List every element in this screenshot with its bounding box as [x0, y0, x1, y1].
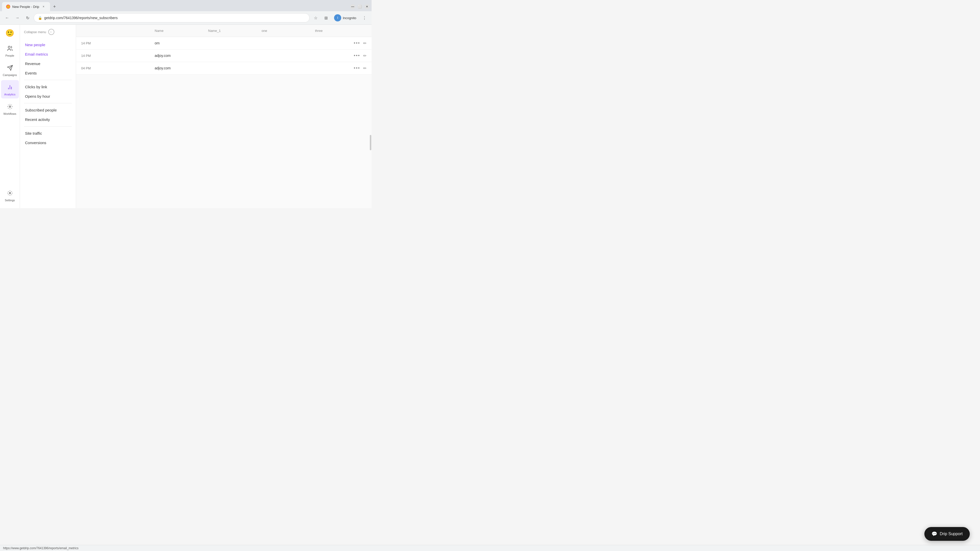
- tab-favicon: 🙂: [6, 5, 10, 9]
- table-row: 14 PM adjoy.com ••• ✏: [76, 49, 372, 62]
- nav-item-site-traffic[interactable]: Site traffic: [20, 129, 76, 138]
- app-logo[interactable]: 🙂: [5, 29, 14, 37]
- nav-item-revenue[interactable]: Revenue: [20, 59, 76, 68]
- col-header-0: [81, 28, 153, 34]
- cell-2-2: [206, 67, 260, 69]
- minimize-button[interactable]: —: [350, 4, 355, 9]
- nav-item-recent-activity[interactable]: Recent activity: [20, 115, 76, 124]
- col-header-name1: Name_1: [206, 28, 260, 34]
- tab-close-button[interactable]: ×: [41, 4, 46, 9]
- analytics-label: Analytics: [4, 93, 15, 96]
- lock-icon: 🔒: [38, 16, 42, 20]
- table-row: 04 PM adjoy.com ••• ✏: [76, 62, 372, 75]
- collapse-icon: ←: [48, 29, 54, 35]
- row-actions-0: ••• ✏: [354, 41, 366, 46]
- forward-button[interactable]: →: [13, 14, 21, 22]
- svg-point-5: [9, 192, 11, 194]
- nav-item-opens-by-hour[interactable]: Opens by hour: [20, 92, 76, 101]
- cell-1-2: [206, 55, 260, 57]
- cell-1-1: adjoy.com: [153, 52, 206, 59]
- icon-nav: 🙂 People Campaigns: [0, 25, 20, 208]
- sidebar-item-settings[interactable]: Settings: [1, 186, 19, 204]
- sidebar-item-workflows[interactable]: Workflows: [1, 100, 19, 118]
- nav-item-conversions[interactable]: Conversions: [20, 138, 76, 148]
- main-content: Name Name_1 one three 14 PM om ••• ✏ 14 …: [76, 25, 372, 208]
- col-header-three: three: [313, 28, 367, 34]
- nav-item-new-people[interactable]: New people: [20, 40, 76, 49]
- row-more-button[interactable]: •••: [354, 41, 360, 46]
- nav-item-events[interactable]: Events: [20, 68, 76, 78]
- row-actions-2: ••• ✏: [354, 65, 366, 71]
- row-more-button[interactable]: •••: [354, 53, 360, 59]
- address-bar[interactable]: 🔒 getdrip.com/7641396/reports/new_subscr…: [34, 13, 310, 22]
- cell-0-2: [206, 42, 260, 44]
- sidebar-item-campaigns[interactable]: Campaigns: [1, 61, 19, 79]
- campaigns-label: Campaigns: [3, 73, 17, 76]
- browser-menu-button[interactable]: ⋮: [360, 14, 369, 22]
- content-table: Name Name_1 one three 14 PM om ••• ✏ 14 …: [76, 25, 372, 75]
- new-tab-button[interactable]: +: [51, 3, 58, 10]
- svg-point-4: [9, 106, 11, 107]
- tab-bar: 🙂 New People - Drip × + — ⬜ ×: [0, 0, 372, 11]
- sidebar-item-analytics[interactable]: Analytics: [1, 80, 19, 98]
- extensions-button[interactable]: ⊞: [322, 14, 330, 22]
- sidebar-nav: New people Email metrics Revenue Events …: [20, 38, 76, 208]
- scrollbar[interactable]: [369, 25, 372, 208]
- nav-item-subscribed-people[interactable]: Subscribed people: [20, 105, 76, 115]
- cell-1-0: 14 PM: [81, 53, 153, 59]
- row-actions-1: ••• ✏: [354, 53, 366, 59]
- scroll-thumb[interactable]: [370, 135, 371, 150]
- workflows-icon: [5, 102, 14, 111]
- cell-0-3: [259, 42, 313, 44]
- back-button[interactable]: ←: [3, 14, 11, 22]
- browser-chrome: 🙂 New People - Drip × + — ⬜ × ← → ↻ 🔒 ge…: [0, 0, 372, 25]
- sidebar-divider-1: [24, 80, 72, 80]
- row-more-button[interactable]: •••: [354, 65, 360, 71]
- table-row: 14 PM om ••• ✏: [76, 37, 372, 49]
- row-edit-button[interactable]: ✏: [363, 41, 366, 46]
- analytics-icon: [5, 83, 14, 92]
- people-icon: [5, 44, 14, 53]
- cell-1-3: [259, 55, 313, 57]
- nav-item-clicks-by-link[interactable]: Clicks by link: [20, 82, 76, 92]
- collapse-menu-label: Collapse menu: [24, 30, 46, 34]
- cell-0-0: 14 PM: [81, 40, 153, 46]
- settings-label: Settings: [5, 199, 15, 202]
- col-header-one: one: [259, 28, 313, 34]
- cell-0-1: om: [153, 40, 206, 46]
- maximize-button[interactable]: ⬜: [357, 4, 363, 9]
- cell-2-0: 04 PM: [81, 65, 153, 71]
- profile-icon: I: [334, 14, 341, 21]
- app-layout: 🙂 People Campaigns: [0, 25, 372, 208]
- sidebar-item-people[interactable]: People: [1, 41, 19, 60]
- people-label: People: [5, 54, 14, 57]
- nav-item-email-metrics[interactable]: Email metrics: [20, 49, 76, 59]
- expanded-sidebar: Collapse menu ← New people Email metrics…: [20, 25, 76, 208]
- bookmark-button[interactable]: ☆: [312, 14, 320, 22]
- tab-title: New People - Drip: [12, 5, 39, 9]
- reload-button[interactable]: ↻: [24, 14, 32, 22]
- settings-icon: [5, 189, 14, 198]
- row-edit-button[interactable]: ✏: [363, 53, 366, 58]
- svg-point-0: [8, 46, 10, 48]
- table-header: Name Name_1 one three: [76, 25, 372, 37]
- active-tab[interactable]: 🙂 New People - Drip ×: [2, 2, 50, 11]
- row-edit-button[interactable]: ✏: [363, 66, 366, 71]
- sidebar-divider-3: [24, 126, 72, 127]
- close-button[interactable]: ×: [364, 4, 369, 9]
- url-text: getdrip.com/7641396/reports/new_subscrib…: [44, 16, 118, 20]
- campaigns-icon: [5, 63, 14, 73]
- sidebar-divider-2: [24, 103, 72, 103]
- profile-button[interactable]: I Incognito: [332, 13, 358, 22]
- nav-bar: ← → ↻ 🔒 getdrip.com/7641396/reports/new_…: [0, 11, 372, 24]
- col-header-name: Name: [153, 28, 206, 34]
- cell-2-1: adjoy.com: [153, 65, 206, 71]
- profile-label: Incognito: [343, 16, 356, 20]
- workflows-label: Workflows: [3, 112, 16, 115]
- cell-2-3: [259, 67, 313, 69]
- collapse-menu-button[interactable]: Collapse menu ←: [20, 25, 76, 38]
